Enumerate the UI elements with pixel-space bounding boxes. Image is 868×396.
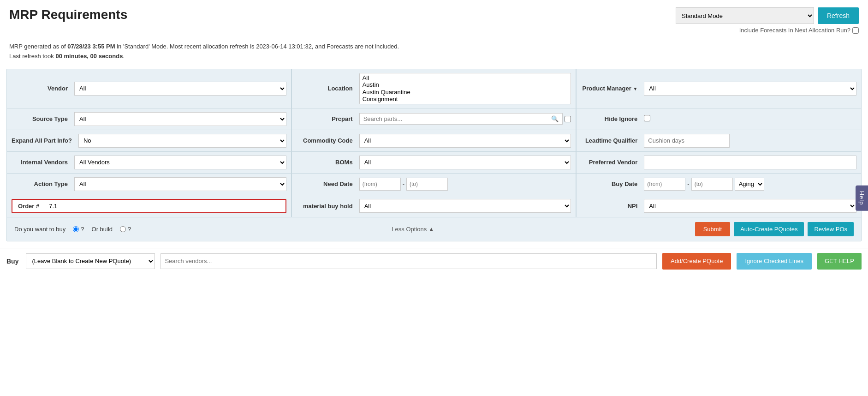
filter-row-2: Source Type All Prcpart 🔍	[7, 108, 861, 130]
get-help-button[interactable]: GET HELP	[817, 253, 862, 270]
commodity-code-cell: Commodity Code All	[292, 130, 577, 151]
material-buy-hold-label: material buy hold	[297, 203, 357, 210]
prcpart-input[interactable]	[360, 114, 548, 124]
location-option-all[interactable]: All	[363, 74, 568, 82]
internal-vendors-control: All Vendors	[74, 156, 286, 169]
page-title: MRP Requirements	[9, 7, 127, 22]
buy-pquote-select[interactable]: (Leave Blank to Create New PQuote)	[26, 253, 155, 269]
info-bold1: 07/28/23 3:55 PM	[67, 43, 115, 50]
need-date-from[interactable]	[359, 178, 401, 191]
header-controls: Standard Mode Advanced Mode Refresh	[676, 7, 859, 24]
product-manager-label: Product Manager ▼	[581, 85, 641, 92]
help-tab[interactable]: Help	[856, 186, 868, 211]
info-line4: .	[123, 53, 125, 60]
hide-ignore-checkbox[interactable]	[644, 115, 650, 121]
order-cell: Order #	[7, 195, 291, 217]
ignore-checked-lines-button[interactable]: Ignore Checked Lines	[737, 253, 811, 270]
source-type-cell: Source Type All	[7, 108, 291, 130]
search-icon[interactable]: 🔍	[547, 114, 562, 124]
boms-select[interactable]: All	[359, 156, 571, 169]
hide-ignore-cell: Hide Ignore	[577, 108, 861, 130]
filter-row-4: Internal Vendors All Vendors BOMs All	[7, 152, 861, 174]
action-type-cell: Action Type All	[7, 174, 291, 195]
forecast-checkbox[interactable]	[852, 27, 859, 34]
forecast-label[interactable]: Include Forecasts In Next Allocation Run…	[739, 27, 859, 34]
bottom-buy-label: Buy	[6, 258, 18, 265]
leadtime-control	[644, 134, 856, 148]
filter-row-1: Vendor All Location All Austin Austin Qu…	[7, 69, 861, 108]
action-type-label: Action Type	[12, 180, 71, 187]
location-select[interactable]: All Austin Austin Quarantine Consignment	[359, 73, 571, 104]
refresh-button[interactable]: Refresh	[818, 7, 859, 24]
location-option-consignment[interactable]: Consignment	[363, 96, 568, 103]
buy-date-cell: Buy Date - Aging	[577, 174, 861, 195]
info-bold2: 00 minutes, 00 seconds	[55, 53, 123, 60]
action-type-select[interactable]: All	[74, 177, 286, 191]
prcpart-label: Prcpart	[297, 115, 357, 122]
or-build-text: Or build	[92, 226, 113, 233]
internal-vendors-cell: Internal Vendors All Vendors	[7, 152, 291, 173]
prcpart-control: 🔍	[359, 113, 571, 125]
order-input[interactable]	[45, 201, 285, 211]
build-radio-label[interactable]: ?	[120, 226, 131, 233]
location-control: All Austin Austin Quarantine Consignment	[359, 73, 571, 104]
aging-select[interactable]: Aging	[735, 178, 764, 191]
source-type-select[interactable]: All	[74, 112, 286, 126]
location-label: Location	[297, 85, 357, 92]
less-options-wrapper: Less Options ▲	[138, 226, 687, 233]
preferred-vendor-input[interactable]	[644, 156, 856, 169]
build-radio-text: ?	[128, 226, 131, 233]
material-buy-hold-control: All	[359, 199, 571, 213]
vendor-control: All	[74, 82, 286, 96]
npi-label: NPI	[581, 203, 641, 210]
add-create-pquote-button[interactable]: Add/Create PQuote	[662, 253, 731, 270]
filter-row-6: Order # material buy hold All NPI All	[7, 195, 861, 217]
need-date-control: -	[359, 178, 571, 191]
submit-button[interactable]: Submit	[695, 222, 730, 236]
page-wrapper: MRP Requirements Standard Mode Advanced …	[0, 0, 868, 396]
order-label: Order #	[12, 200, 45, 212]
source-type-control: All	[74, 112, 286, 126]
leadtime-input[interactable]	[644, 134, 730, 148]
search-parts-wrapper: 🔍	[359, 113, 563, 125]
header: MRP Requirements Standard Mode Advanced …	[0, 0, 868, 38]
expand-part-control: No Yes	[78, 134, 286, 148]
header-right: Standard Mode Advanced Mode Refresh Incl…	[676, 7, 859, 34]
buy-date-from[interactable]	[644, 178, 685, 191]
buy-date-to[interactable]	[691, 178, 733, 191]
info-line3: Last refresh took	[9, 53, 55, 60]
info-line2: in 'Standard' Mode. Most recent allocati…	[115, 43, 399, 50]
vendor-label: Vendor	[12, 85, 71, 92]
buy-radio-text: ?	[81, 226, 84, 233]
buy-radio[interactable]	[73, 226, 79, 232]
material-buy-hold-select[interactable]: All	[359, 199, 571, 213]
build-radio[interactable]	[120, 226, 126, 232]
less-options-button[interactable]: Less Options ▲	[392, 226, 434, 233]
npi-select[interactable]: All	[644, 199, 856, 213]
mode-select[interactable]: Standard Mode Advanced Mode	[676, 7, 814, 24]
buy-date-separator: -	[687, 180, 689, 187]
prcpart-checkbox[interactable]	[565, 116, 571, 122]
expand-part-select[interactable]: No Yes	[78, 134, 286, 148]
location-option-austin[interactable]: Austin	[363, 81, 568, 89]
hide-ignore-control	[644, 115, 856, 123]
location-option-austin-quarantine[interactable]: Austin Quarantine	[363, 89, 568, 96]
commodity-code-select[interactable]: All	[359, 134, 571, 148]
buy-date-label: Buy Date	[581, 180, 641, 187]
buy-radio-label[interactable]: ?	[73, 226, 84, 233]
info-line1: MRP generated as of	[9, 43, 67, 50]
source-type-label: Source Type	[12, 115, 71, 122]
boms-cell: BOMs All	[292, 152, 577, 173]
internal-vendors-label: Internal Vendors	[12, 159, 71, 166]
vendor-select[interactable]: All	[74, 82, 286, 96]
need-date-to[interactable]	[406, 178, 448, 191]
internal-vendors-select[interactable]: All Vendors	[74, 156, 286, 169]
product-manager-select[interactable]: All	[644, 82, 856, 96]
auto-create-button[interactable]: Auto-Create PQuotes	[734, 222, 804, 236]
filter-row-5: Action Type All Need Date - Buy Date	[7, 174, 861, 195]
filter-panel: Vendor All Location All Austin Austin Qu…	[6, 69, 862, 241]
vendor-search-input[interactable]	[161, 253, 657, 269]
order-wrapper: Order #	[12, 199, 286, 213]
review-pos-button[interactable]: Review POs	[808, 222, 854, 236]
material-buy-hold-cell: material buy hold All	[292, 195, 577, 217]
